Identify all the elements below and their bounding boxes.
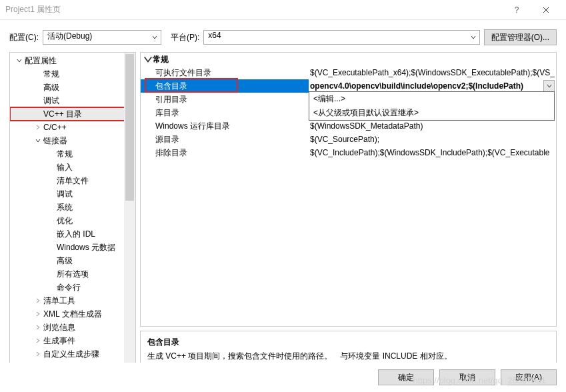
tree-item[interactable]: XML 文档生成器 [10, 307, 135, 321]
edit-dropdown: <编辑...> <从父级或项目默认设置继承> [309, 91, 555, 121]
tree-item-label: VC++ 目录 [43, 109, 82, 120]
tree-expander [34, 325, 42, 330]
tree-item[interactable]: 常规 [10, 67, 135, 81]
property-grid: 常规 可执行文件目录$(VC_ExecutablePath_x64);$(Win… [140, 52, 557, 327]
tree-item-label: 高级 [57, 255, 73, 267]
tree-item[interactable]: Windows 元数据 [10, 241, 135, 254]
tree-item-label: 清单工具 [43, 295, 75, 307]
tree-item-label: 清单文件 [57, 175, 89, 187]
tree-expander [34, 351, 42, 357]
tree-item[interactable]: 配置属性 [10, 54, 135, 67]
config-manager-button[interactable]: 配置管理器(O)... [484, 29, 557, 45]
tree-item[interactable]: 高级 [10, 254, 135, 267]
grid-section-title: 常规 [153, 54, 169, 65]
tree-item-label: 高级 [43, 82, 59, 93]
close-button[interactable] [531, 0, 561, 20]
config-label: 配置(C): [9, 32, 39, 43]
property-row[interactable]: 排除目录$(VC_IncludePath);$(WindowsSDK_Inclu… [141, 146, 556, 159]
tree-expander [34, 298, 42, 303]
tree-item[interactable]: 链接器 [10, 134, 135, 147]
tree-panel: 配置属性常规高级调试VC++ 目录C/C++链接器常规输入清单文件调试系统优化嵌… [9, 52, 136, 371]
property-value[interactable]: $(VC_IncludePath);$(WindowsSDK_IncludePa… [309, 146, 556, 159]
property-row[interactable]: 源目录$(VC_SourcePath); [141, 133, 556, 146]
tree-item-label: 自定义生成步骤 [43, 349, 99, 360]
platform-value: x64 [203, 30, 479, 45]
window-title: Project1 属性页 [5, 4, 502, 15]
tree: 配置属性常规高级调试VC++ 目录C/C++链接器常规输入清单文件调试系统优化嵌… [10, 53, 135, 362]
grid-section-header[interactable]: 常规 [141, 53, 556, 66]
titlebar: Project1 属性页 ? [0, 0, 566, 20]
tree-item-label: 生成事件 [43, 335, 75, 347]
config-combo[interactable]: 活动(Debug) [43, 30, 161, 45]
tree-expander [34, 338, 42, 343]
right-panel: 常规 可执行文件目录$(VC_ExecutablePath_x64);$(Win… [140, 52, 557, 371]
property-name: 可执行文件目录 [141, 66, 309, 79]
footer: 确定 取消 应用(A) [0, 363, 566, 392]
tree-item-label: Windows 元数据 [57, 242, 115, 253]
tree-item-label: 浏览信息 [43, 322, 75, 333]
platform-label: 平台(P): [171, 32, 199, 43]
tree-item-label: 配置属性 [25, 55, 57, 67]
platform-combo[interactable]: x64 [203, 30, 479, 45]
tree-item[interactable]: VC++ 目录 [10, 107, 135, 121]
tree-item[interactable]: 调试 [10, 94, 135, 107]
tree-expander [34, 125, 42, 130]
tree-item-label: 优化 [57, 215, 73, 227]
tree-item[interactable]: 调试 [10, 187, 135, 201]
chevron-down-icon [547, 83, 552, 89]
inherit-option[interactable]: <从父级或项目默认设置继承> [309, 106, 554, 120]
property-name: Windows 运行库目录 [141, 119, 309, 133]
property-row[interactable]: 包含目录opencv4.0\opencv\build\include\openc… [141, 79, 556, 93]
apply-button[interactable]: 应用(A) [501, 369, 557, 385]
tree-expander [34, 138, 42, 143]
tree-item[interactable]: 所有选项 [10, 267, 135, 281]
tree-item[interactable]: 清单文件 [10, 174, 135, 187]
property-name: 源目录 [141, 133, 309, 146]
property-name: 引用目录 [141, 93, 309, 106]
property-value[interactable]: $(WindowsSDK_MetadataPath) [309, 119, 556, 133]
config-value: 活动(Debug) [43, 30, 161, 45]
tree-item-label: XML 文档生成器 [43, 309, 102, 320]
tree-item[interactable]: 自定义生成步骤 [10, 347, 135, 361]
description-text: 生成 VC++ 项目期间，搜索包含文件时使用的路径。 与环境变量 INCLUDE… [147, 351, 549, 362]
tree-item-label: C/C++ [43, 123, 67, 132]
scrollbar-thumb[interactable] [125, 54, 134, 201]
property-name: 排除目录 [141, 146, 309, 159]
cancel-button[interactable]: 取消 [439, 369, 495, 385]
tree-item[interactable]: 系统 [10, 201, 135, 214]
property-value[interactable]: $(VC_ExecutablePath_x64);$(WindowsSDK_Ex… [309, 66, 556, 79]
tree-item[interactable]: 嵌入的 IDL [10, 227, 135, 241]
tree-item-label: 链接器 [43, 135, 67, 147]
tree-item[interactable]: 常规 [10, 147, 135, 161]
close-icon [543, 7, 549, 13]
tree-item-label: 命令行 [57, 282, 81, 293]
property-value[interactable]: $(VC_SourcePath); [309, 133, 556, 146]
tree-item[interactable]: C/C++ [10, 121, 135, 134]
edit-option[interactable]: <编辑...> [309, 92, 554, 106]
tree-expander [15, 58, 23, 63]
tree-item[interactable]: 优化 [10, 214, 135, 227]
property-value[interactable]: opencv4.0\opencv\build\include\opencv2;$… [309, 79, 556, 93]
tree-scrollbar[interactable] [124, 53, 135, 370]
chevron-down-icon [143, 55, 153, 64]
tree-item[interactable]: 生成事件 [10, 334, 135, 347]
property-name: 库目录 [141, 106, 309, 119]
tree-item[interactable]: 清单工具 [10, 294, 135, 307]
property-row[interactable]: Windows 运行库目录$(WindowsSDK_MetadataPath) [141, 119, 556, 133]
tree-item-label: 常规 [43, 69, 59, 80]
tree-item-label: 调试 [43, 95, 59, 107]
tree-item-label: 系统 [57, 202, 73, 213]
tree-item[interactable]: 输入 [10, 161, 135, 174]
tree-item[interactable]: 浏览信息 [10, 321, 135, 334]
tree-item-label: 所有选项 [57, 269, 89, 280]
tree-item[interactable]: 高级 [10, 81, 135, 94]
toolbar: 配置(C): 活动(Debug) 平台(P): x64 配置管理器(O)... [0, 20, 566, 52]
tree-item[interactable]: 命令行 [10, 281, 135, 294]
tree-item-label: 输入 [57, 162, 73, 173]
ok-button[interactable]: 确定 [378, 369, 434, 385]
tree-item-label: 调试 [57, 189, 73, 200]
description-title: 包含目录 [147, 337, 549, 348]
property-row[interactable]: 可执行文件目录$(VC_ExecutablePath_x64);$(Window… [141, 66, 556, 79]
help-button[interactable]: ? [502, 0, 531, 20]
property-dropdown-button[interactable] [543, 80, 555, 92]
